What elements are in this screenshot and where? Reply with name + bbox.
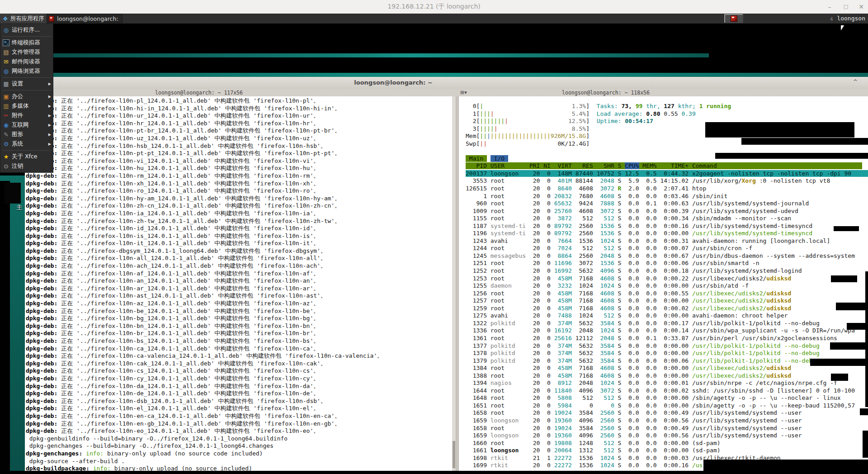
htop-output: 0[| 1.3%] Tasks: 73, 99 thr, 127 kthr; 1… (459, 96, 868, 469)
htop-row: 1155 root 20 0 3872 512 512 S 0.0 0.0 0:… (466, 215, 791, 222)
htop-row: 1009 root 20 0 25760 4608 3072 S 0.0 0.0… (466, 208, 798, 214)
htop-row: 1275 avahi 20 0 7488 1024 512 S 0.0 0.0 … (466, 312, 788, 319)
submenu-arrow-icon: ▶ (48, 133, 51, 137)
htop-row: 1256 root 20 0 458M 7168 4608 S 0.0 0.0 … (466, 290, 791, 297)
htop-row: 1322 polkitd 20 0 374M 5632 3584 S 0.0 0… (466, 320, 820, 327)
left-pane-scrollbar[interactable] (452, 96, 456, 471)
htop-row: 1661 loongson 20 0 20064 1312 512 S 0.0 … (466, 447, 721, 454)
menu-item-logout[interactable]: 注销 (0, 161, 53, 171)
htop-row: 1196 systemd-ti 20 0 89792 2560 1536 S 0… (466, 230, 812, 237)
menu-item-label: 注销 (12, 162, 23, 170)
submenu-arrow-icon: ▶ (48, 104, 51, 108)
applications-menu-label: 所有应用程序 (10, 15, 44, 23)
internet-icon (3, 122, 9, 128)
graphics-icon (3, 131, 9, 138)
redaction-box (830, 342, 868, 350)
menu-item-about[interactable]: 关于 Xfce (0, 152, 53, 161)
dpkg-output: dpkg-deb: 正在 '../firefox-l10n-pl_124.0.1… (25, 96, 452, 471)
menu-item-file-manager[interactable]: 文件管理器 (0, 47, 53, 57)
menu-separator (2, 77, 51, 78)
menu-item-label: 附件 (12, 112, 23, 119)
redaction-box (863, 431, 868, 458)
menu-item-label: 终端模拟器 (12, 39, 40, 47)
accessories-icon (3, 112, 9, 119)
xfce-logo-icon: ❖ (3, 16, 8, 22)
menu-item-label: 文件管理器 (12, 48, 40, 56)
scrollbar-thumb[interactable] (453, 441, 455, 468)
htop-row: 960 root 20 0 65632 9424 7888 S 0.0 0.1 … (466, 200, 809, 207)
menu-item-office[interactable]: 办公▶ (0, 92, 53, 101)
menu-item-label: 办公 (12, 93, 23, 100)
htop-row: 1644 root 20 0 11840 4096 3072 S 0.0 0.0… (466, 387, 855, 394)
menu-separator (2, 150, 51, 151)
menu-item-internet[interactable]: 互联网▶ (0, 120, 53, 130)
submenu-arrow-icon: ▶ (48, 123, 51, 127)
menu-separator (2, 36, 51, 37)
menu-item-run[interactable]: 运行程序... (0, 25, 53, 35)
submenu-arrow-icon: ▶ (48, 95, 51, 99)
menu-item-multimedia[interactable]: 多媒体▶ (0, 101, 53, 111)
submenu-arrow-icon: ▶ (48, 142, 51, 146)
left-pane-title[interactable]: loongson@loongarch: ~ 117x56 (127, 90, 271, 96)
split-grid-icon[interactable]: ⊞▾ (460, 90, 467, 95)
menu-item-label: 系统 (12, 140, 23, 148)
menu-item-label: 运行程序... (12, 26, 40, 34)
redaction-box (741, 138, 868, 145)
menu-item-label: 图形 (12, 131, 23, 138)
terminal-icon (3, 39, 9, 46)
logout-icon (3, 163, 9, 170)
settings-icon (3, 81, 9, 87)
workspace-badge: 4 (830, 17, 833, 22)
htop-row: 3553 root 20 0 401M 88144 2048 S 5.9 0.5… (466, 177, 830, 184)
htop-row: 1658 root 20 0 19024 3584 2560 S 0.0 0.0… (466, 425, 802, 431)
htop-row: 1378 polkitd 20 0 374M 5632 3584 S 0.0 0… (466, 350, 820, 356)
systray-terminal-button[interactable] (724, 14, 743, 23)
menu-item-graphics[interactable]: 图形▶ (0, 130, 53, 139)
right-pane-title[interactable]: loongson@loongarch: ~ 118x56 (533, 90, 678, 96)
rollup-icon[interactable]: ^ (853, 79, 858, 85)
menu-item-settings[interactable]: 设置▶ (0, 79, 53, 89)
htop-row: 1658 root 20 0 19024 3584 2560 S 0.0 0.0… (466, 409, 802, 416)
htop-row: 1243 avahi 20 0 7664 1536 1024 S 0.0 0.0… (466, 237, 830, 244)
htop-row: 126515 root 20 0 8640 4608 3072 R 2.0 0.… (466, 185, 706, 192)
taskbar-terminal-button[interactable]: loongson@loongarch: ~ (47, 14, 123, 23)
htop-row: 1253 root 20 0 458M 7168 4608 S 0.0 0.0 … (466, 275, 791, 282)
menu-item-system[interactable]: 系统▶ (0, 139, 53, 149)
menu-item-mail[interactable]: 邮件阅读器 (0, 57, 53, 66)
close-icon[interactable]: ✕ (855, 2, 867, 12)
window-titlebar[interactable]: loongson@loongarch: ~ ^ (25, 77, 868, 90)
redaction-box (831, 275, 857, 282)
htop-row: 1 root 20 0 20832 7680 4608 S 0.0 0.0 0:… (466, 193, 727, 199)
htop-row: 1379 polkitd 20 0 374M 5632 3584 S 0.0 0… (466, 357, 820, 364)
desktop-teal-band-upper (52, 53, 709, 57)
xfce-panel: ❖ 所有应用程序 loongson@loongarch: ~ 4 loongso… (0, 14, 868, 24)
htop-row: 1252 root 20 0 16992 5632 4096 S 0.0 0.0… (466, 267, 802, 274)
submenu-arrow-icon: ▶ (48, 82, 51, 86)
htop-row: 1257 root 20 0 458M 7168 4608 S 0.0 0.0 … (466, 297, 791, 304)
applications-menu-button[interactable]: ❖ 所有应用程序 (0, 14, 47, 24)
htop-row: 1394 nagios 20 0 8912 2048 1024 S 0.0 0.… (466, 379, 837, 386)
web-browser-icon (3, 68, 9, 75)
redaction-box (10, 471, 868, 474)
menu-item-terminal[interactable]: 终端模拟器 (0, 38, 53, 47)
remote-viewer-title: 192.168.12.21 (于 loongarch) (0, 3, 868, 11)
maximize-icon[interactable]: □ (840, 2, 852, 12)
minimize-icon[interactable]: – (824, 2, 835, 12)
redaction-box (831, 374, 848, 381)
desktop-icon-label: 主 (16, 204, 22, 212)
mail-icon (3, 58, 9, 65)
dpkg-terminal-pane[interactable]: dpkg-deb: 正在 '../firefox-l10n-pl_124.0.1… (25, 96, 452, 471)
menu-item-label: 设置 (12, 80, 23, 88)
htop-row: 1651 root 20 0 5984 0 0 S 0.0 0.0 0:00.0… (466, 402, 855, 409)
remote-viewer-titlebar[interactable]: 192.168.12.21 (于 loongarch) – □ ✕ (0, 0, 868, 14)
applications-menu-popup: 运行程序...终端模拟器文件管理器邮件阅读器网络浏览器设置▶办公▶多媒体▶附件▶… (0, 24, 53, 173)
pane-divider[interactable] (456, 96, 459, 471)
system-icon (3, 141, 9, 147)
panel-user-label: loongson (837, 15, 865, 22)
menu-item-label: 互联网 (12, 121, 29, 129)
menu-separator (2, 90, 51, 90)
menu-item-web-browser[interactable]: 网络浏览器 (0, 66, 53, 76)
desktop-home-icon[interactable] (5, 183, 21, 204)
redaction-box (810, 359, 868, 366)
menu-item-accessories[interactable]: 附件▶ (0, 111, 53, 120)
